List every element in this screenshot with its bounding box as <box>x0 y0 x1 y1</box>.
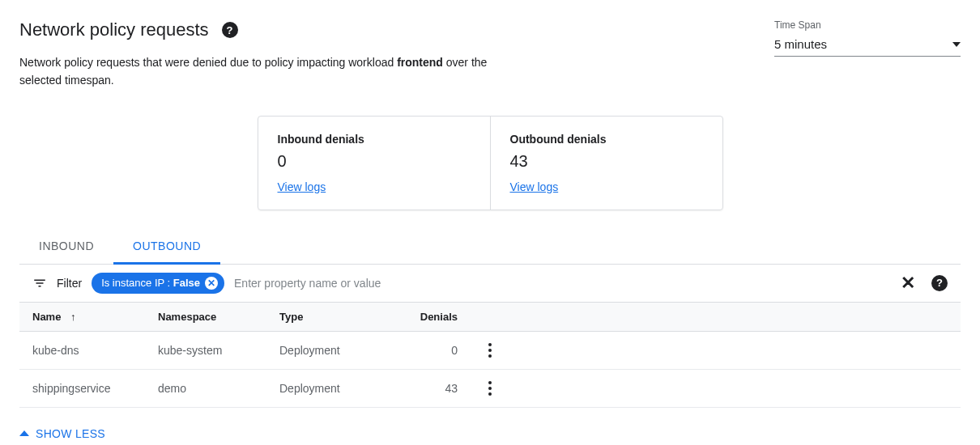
table-header-row: Name ↑ Namespace Type Denials <box>19 303 961 332</box>
inbound-view-logs-link[interactable]: View logs <box>278 180 326 193</box>
outbound-denials-label: Outbound denials <box>510 133 703 146</box>
denials-summary-card: Inbound denials 0 View logs Outbound den… <box>258 116 723 210</box>
cell-namespace: kube-system <box>158 344 279 357</box>
cell-name: shippingservice <box>32 382 158 395</box>
timespan-value: 5 minutes <box>774 37 827 51</box>
tab-inbound[interactable]: INBOUND <box>19 230 113 265</box>
help-icon[interactable]: ? <box>222 22 238 38</box>
remove-chip-icon[interactable]: ✕ <box>205 277 218 290</box>
filter-bar: Filter Is instance IP : False ✕ ✕ ? <box>19 265 961 303</box>
chevron-up-icon <box>19 430 29 436</box>
tabs-container: INBOUND OUTBOUND <box>19 230 961 265</box>
cell-type: Deployment <box>279 382 417 395</box>
outbound-denials-cell: Outbound denials 43 View logs <box>491 117 722 210</box>
filter-chip-instance-ip[interactable]: Is instance IP : False ✕ <box>92 273 224 294</box>
column-header-denials[interactable]: Denials <box>417 311 458 323</box>
column-header-type[interactable]: Type <box>279 311 417 323</box>
inbound-denials-label: Inbound denials <box>278 133 471 146</box>
denials-table: Name ↑ Namespace Type Denials kube-dns k… <box>19 303 961 408</box>
cell-name: kube-dns <box>32 344 158 357</box>
filter-label: Filter <box>57 277 82 290</box>
page-description: Network policy requests that were denied… <box>19 53 522 90</box>
row-actions-menu-icon[interactable] <box>485 340 495 361</box>
filter-input[interactable] <box>234 277 884 290</box>
outbound-denials-value: 43 <box>510 152 703 171</box>
outbound-view-logs-link[interactable]: View logs <box>510 180 559 193</box>
cell-denials: 0 <box>417 344 458 357</box>
inbound-denials-cell: Inbound denials 0 View logs <box>258 117 491 210</box>
column-header-namespace[interactable]: Namespace <box>158 311 279 323</box>
row-actions-menu-icon[interactable] <box>485 378 495 399</box>
inbound-denials-value: 0 <box>278 152 471 171</box>
timespan-selector[interactable]: Time Span 5 minutes <box>774 19 961 57</box>
filter-icon <box>32 276 47 290</box>
table-row: shippingservice demo Deployment 43 <box>19 370 961 408</box>
table-row: kube-dns kube-system Deployment 0 <box>19 332 961 370</box>
clear-filter-icon[interactable]: ✕ <box>894 274 922 292</box>
tab-outbound[interactable]: OUTBOUND <box>113 230 220 265</box>
show-less-button[interactable]: SHOW LESS <box>19 427 105 440</box>
sort-ascending-icon: ↑ <box>70 311 76 323</box>
page-title: Network policy requests <box>19 19 209 40</box>
cell-namespace: demo <box>158 382 279 395</box>
chevron-down-icon <box>952 42 961 47</box>
cell-denials: 43 <box>417 382 458 395</box>
column-header-name[interactable]: Name ↑ <box>32 311 158 323</box>
filter-help-icon[interactable]: ? <box>931 275 948 291</box>
timespan-label: Time Span <box>774 19 961 31</box>
cell-type: Deployment <box>279 344 417 357</box>
